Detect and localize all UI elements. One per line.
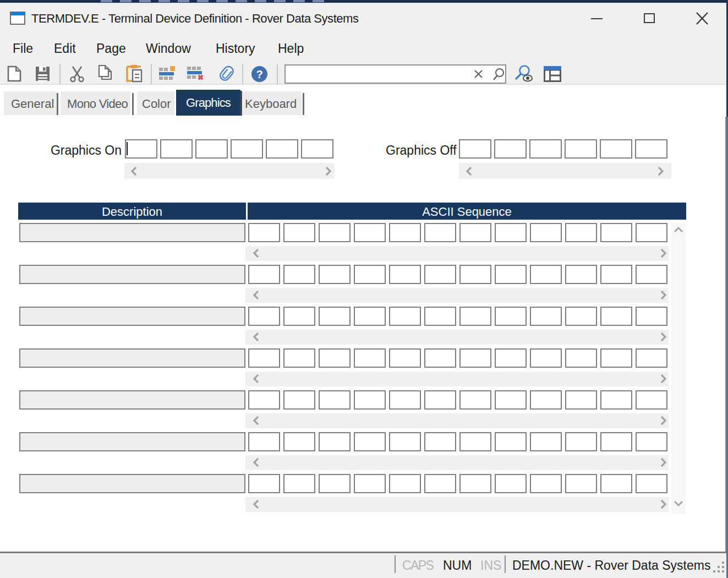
svg-text:?: ? bbox=[256, 68, 262, 80]
